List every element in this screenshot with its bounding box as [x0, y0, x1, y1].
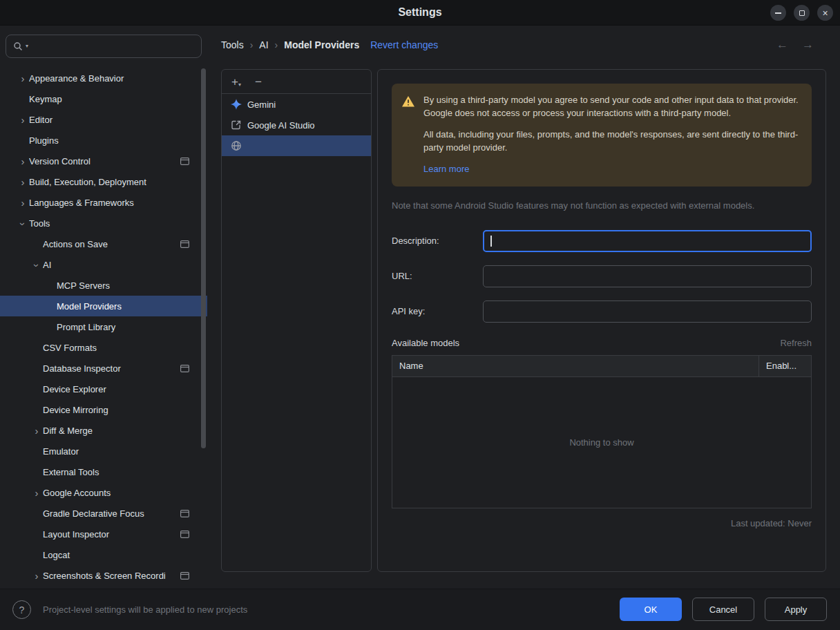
minimize-icon — [775, 12, 781, 14]
api-key-field-row: API key: — [392, 300, 812, 323]
sidebar-item-label: AI — [43, 260, 207, 270]
minimize-button[interactable] — [770, 5, 786, 21]
maximize-button[interactable] — [794, 5, 810, 21]
history-navigation: ← → — [776, 26, 814, 64]
sidebar-item-logcat[interactable]: › Logcat — [0, 544, 207, 565]
chevron-icon[interactable]: › — [30, 487, 43, 499]
globe-icon — [231, 140, 242, 151]
sidebar-item-device-explorer[interactable]: › Device Explorer — [0, 379, 207, 399]
sidebar-item-label: Editor — [29, 115, 207, 125]
sidebar-item-emulator[interactable]: › Emulator — [0, 441, 207, 461]
sidebar-item-appearance-behavior[interactable]: › Appearance & Behavior — [0, 68, 207, 88]
sidebar-item-keymap[interactable]: › Keymap — [0, 88, 207, 109]
per-project-settings-icon — [180, 365, 189, 372]
settings-tree: › Appearance & Behavior › Keymap › Edito… — [0, 68, 207, 589]
sidebar-item-layout-inspector[interactable]: › Layout Inspector — [0, 524, 207, 544]
sidebar-item-editor[interactable]: › Editor — [0, 109, 207, 130]
chevron-icon[interactable]: › — [17, 114, 29, 126]
cancel-button[interactable]: Cancel — [692, 598, 754, 621]
add-provider-button[interactable]: +▾ — [231, 76, 241, 88]
per-project-settings-icon — [180, 572, 189, 580]
sidebar-item-gradle-declarative-focus[interactable]: › Gradle Declarative Focus — [0, 503, 207, 524]
sidebar-item-label: CSV Formats — [43, 343, 207, 353]
provider-label: Google AI Studio — [247, 120, 315, 131]
api-key-input[interactable] — [483, 300, 812, 323]
back-arrow-icon[interactable]: ← — [776, 38, 788, 52]
sidebar-item-label: Diff & Merge — [43, 426, 207, 436]
provider-item-gemini[interactable]: Gemini — [222, 94, 371, 115]
description-input[interactable] — [483, 230, 812, 252]
column-header-enabled[interactable]: Enabl... — [758, 356, 811, 376]
sidebar-item-mcp-servers[interactable]: › MCP Servers — [0, 275, 207, 296]
url-input[interactable] — [483, 265, 812, 287]
apply-button[interactable]: Apply — [765, 598, 827, 621]
available-models-label: Available models — [392, 338, 459, 348]
ok-button[interactable]: OK — [620, 598, 682, 621]
per-project-settings-icon — [180, 510, 189, 517]
sidebar-item-label: MCP Servers — [57, 280, 207, 291]
search-input[interactable]: ▾ — [6, 35, 202, 58]
chevron-icon[interactable]: › — [30, 570, 43, 582]
sidebar-item-model-providers[interactable]: › Model Providers — [0, 296, 207, 316]
sidebar-item-label: Tools — [29, 218, 207, 229]
sidebar-item-languages-frameworks[interactable]: › Languages & Frameworks — [0, 192, 207, 213]
sidebar-item-database-inspector[interactable]: › Database Inspector — [0, 358, 207, 379]
warning-text: By using a third-party model you agree t… — [423, 94, 801, 176]
sidebar-scrollbar[interactable] — [201, 68, 206, 448]
chevron-icon[interactable]: › — [30, 425, 43, 437]
providers-toolbar: +▾ − — [222, 70, 371, 94]
provider-item-item[interactable] — [222, 135, 371, 156]
maximize-icon — [799, 10, 805, 16]
sidebar-item-label: Model Providers — [57, 301, 207, 312]
sidebar-item-label: Device Mirroring — [43, 405, 207, 415]
sidebar-item-label: Languages & Frameworks — [29, 198, 207, 208]
sidebar-item-google-accounts[interactable]: › Google Accounts — [0, 482, 207, 503]
close-button[interactable]: × — [817, 5, 833, 21]
sidebar-item-version-control[interactable]: › Version Control — [0, 151, 207, 171]
breadcrumb-ai[interactable]: AI — [259, 39, 268, 50]
breadcrumb-separator-icon: › — [269, 39, 285, 50]
third-party-warning-banner: By using a third-party model you agree t… — [392, 84, 812, 187]
available-models-header: Available models Refresh — [392, 338, 812, 348]
chevron-icon[interactable]: › — [17, 176, 29, 188]
provider-item-google-ai-studio[interactable]: Google AI Studio — [222, 115, 371, 135]
footer-note: Project-level settings will be applied t… — [43, 589, 247, 629]
breadcrumb-tools[interactable]: Tools — [221, 39, 244, 50]
sidebar-item-tools[interactable]: › Tools — [0, 213, 207, 233]
chevron-icon[interactable]: › — [17, 73, 29, 84]
revert-changes-link[interactable]: Revert changes — [370, 39, 438, 50]
sidebar-item-diff-merge[interactable]: › Diff & Merge — [0, 420, 207, 441]
sidebar-item-device-mirroring[interactable]: › Device Mirroring — [0, 399, 207, 420]
sidebar-item-ai[interactable]: › AI — [0, 254, 207, 275]
remove-provider-button[interactable]: − — [255, 76, 262, 88]
sidebar-item-actions-on-save[interactable]: › Actions on Save — [0, 233, 207, 254]
external-models-note: Note that some Android Studio features m… — [392, 200, 812, 211]
text-caret — [490, 236, 492, 247]
help-button[interactable]: ? — [12, 600, 31, 619]
sidebar-item-label: Appearance & Behavior — [29, 73, 207, 84]
chevron-icon[interactable]: › — [17, 218, 29, 230]
column-header-name[interactable]: Name — [392, 361, 758, 371]
chevron-icon[interactable]: › — [17, 155, 29, 167]
window-controls: × — [770, 5, 833, 21]
search-icon — [12, 41, 23, 52]
close-icon: × — [822, 8, 828, 18]
sidebar-item-build-execution-deployment[interactable]: › Build, Execution, Deployment — [0, 171, 207, 192]
sidebar-item-plugins[interactable]: › Plugins — [0, 130, 207, 151]
learn-more-link[interactable]: Learn more — [423, 164, 469, 174]
chevron-icon[interactable]: › — [17, 197, 29, 209]
sidebar-item-label: Prompt Library — [57, 322, 207, 332]
sidebar-item-csv-formats[interactable]: › CSV Formats — [0, 337, 207, 358]
sidebar-item-label: Device Explorer — [43, 384, 207, 394]
chevron-icon[interactable]: › — [31, 259, 43, 271]
per-project-settings-icon — [180, 531, 189, 538]
models-table: Name Enabl... Nothing to show — [392, 355, 812, 508]
refresh-button[interactable]: Refresh — [780, 338, 812, 348]
sidebar-item-external-tools[interactable]: › External Tools — [0, 461, 207, 482]
sidebar-item-label: Logcat — [43, 550, 207, 560]
breadcrumb-model-providers: Model Providers — [284, 39, 359, 50]
sidebar-item-prompt-library[interactable]: › Prompt Library — [0, 316, 207, 337]
sidebar-item-screenshots-screen-recordi[interactable]: › Screenshots & Screen Recordi — [0, 565, 207, 586]
search-history-caret-icon[interactable]: ▾ — [26, 44, 28, 49]
forward-arrow-icon[interactable]: → — [802, 38, 814, 52]
